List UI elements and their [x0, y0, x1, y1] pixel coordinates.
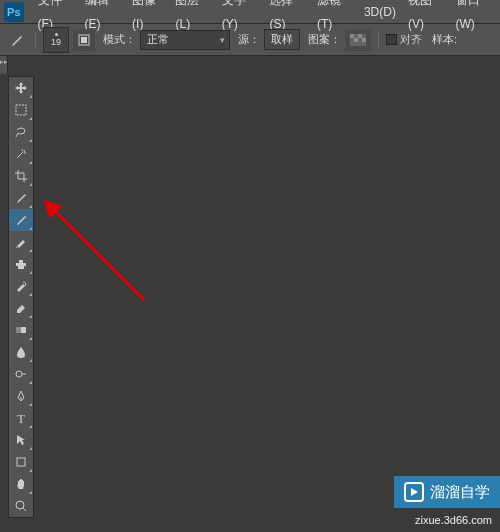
brush-tool[interactable]: [9, 231, 33, 253]
gradient-tool[interactable]: [9, 319, 33, 341]
path-select-tool[interactable]: [9, 429, 33, 451]
play-icon: [404, 482, 424, 502]
watermark-badge: 溜溜自学: [394, 476, 500, 508]
canvas-area[interactable]: [34, 56, 500, 532]
brush-size-value: 19: [51, 37, 61, 47]
menu-window[interactable]: 窗口(W): [450, 0, 501, 36]
watermark-url: zixue.3d66.com: [415, 514, 492, 526]
eraser-tool[interactable]: [9, 297, 33, 319]
svg-rect-12: [17, 458, 25, 466]
svg-text:T: T: [17, 411, 25, 425]
svg-point-13: [16, 501, 24, 509]
menubar: Ps 文件(F) 编辑(E) 图像(I) 图层(L) 文字(Y) 选择(S) 滤…: [0, 0, 500, 24]
separator: [378, 32, 379, 48]
shape-tool[interactable]: [9, 451, 33, 473]
align-checkbox[interactable]: [386, 34, 397, 45]
source-label: 源：: [238, 32, 260, 47]
svg-rect-1: [81, 37, 87, 43]
history-brush-tool[interactable]: [9, 275, 33, 297]
healing-brush-tool[interactable]: [9, 209, 33, 231]
brush-dot-icon: [55, 33, 58, 36]
svg-point-10: [16, 371, 22, 377]
mode-label: 模式：: [103, 32, 136, 47]
lasso-tool[interactable]: [9, 121, 33, 143]
type-tool[interactable]: T: [9, 407, 33, 429]
brush-preset-picker[interactable]: 19: [43, 27, 69, 53]
align-label: 对齐: [400, 32, 422, 47]
brush-panel-toggle[interactable]: [73, 29, 95, 51]
pen-tool[interactable]: [9, 385, 33, 407]
pattern-picker[interactable]: [345, 29, 371, 51]
panel-collapse-tab[interactable]: ▸▸: [0, 56, 8, 74]
menu-view[interactable]: 视图(V): [402, 0, 450, 36]
svg-rect-3: [350, 34, 354, 38]
source-sample-button[interactable]: 取样: [264, 29, 300, 50]
blur-tool[interactable]: [9, 341, 33, 363]
separator: [35, 32, 36, 48]
dodge-tool[interactable]: [9, 363, 33, 385]
eyedropper-tool[interactable]: [9, 187, 33, 209]
tools-panel: T: [8, 76, 34, 518]
zoom-tool[interactable]: [9, 495, 33, 517]
mode-value: 正常: [147, 32, 169, 47]
svg-rect-5: [354, 38, 358, 42]
pattern-label: 图案：: [308, 32, 341, 47]
svg-rect-4: [358, 34, 362, 38]
svg-rect-9: [16, 327, 21, 333]
magic-wand-tool[interactable]: [9, 143, 33, 165]
clone-stamp-tool[interactable]: [9, 253, 33, 275]
menu-3d[interactable]: 3D(D): [358, 0, 402, 24]
move-tool[interactable]: [9, 77, 33, 99]
marquee-tool[interactable]: [9, 99, 33, 121]
svg-rect-6: [362, 38, 366, 42]
mode-select[interactable]: 正常: [140, 30, 230, 50]
ps-logo: Ps: [4, 2, 24, 22]
crop-tool[interactable]: [9, 165, 33, 187]
hand-tool[interactable]: [9, 473, 33, 495]
healing-brush-icon[interactable]: [6, 29, 28, 51]
align-checkbox-group[interactable]: 对齐: [386, 32, 422, 47]
svg-rect-7: [16, 105, 26, 115]
sample-label: 样本:: [432, 32, 457, 47]
watermark-text: 溜溜自学: [430, 483, 490, 502]
